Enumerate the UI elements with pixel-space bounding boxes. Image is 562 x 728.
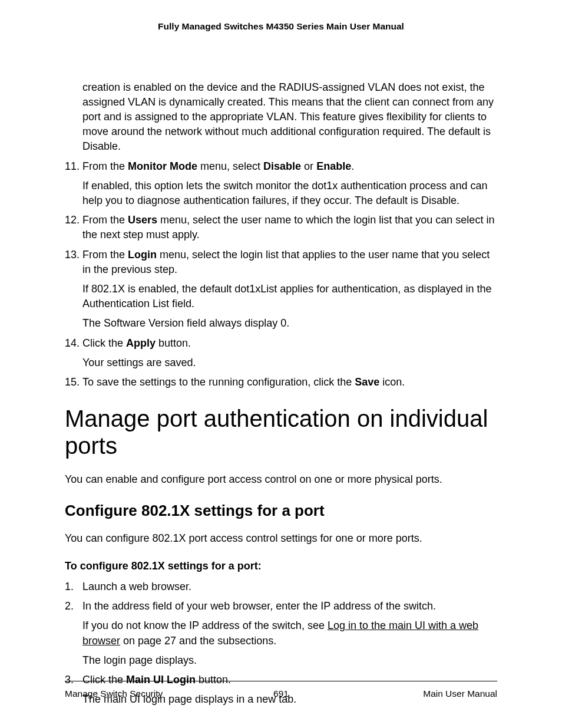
- subsection-intro: You can configure 802.1X port access con…: [65, 531, 497, 546]
- continued-paragraph: creation is enabled on the device and th…: [82, 80, 497, 154]
- step-subtext: The Software Version field always displa…: [82, 316, 497, 331]
- step-11: 11. From the Monitor Mode menu, select D…: [65, 159, 497, 209]
- step-text: Click the Apply button.: [82, 336, 497, 351]
- step-subtext: If 802.1X is enabled, the default dot1xL…: [82, 282, 497, 311]
- footer-page-number: 691: [273, 687, 289, 700]
- step-number: 1.: [65, 579, 74, 594]
- step-number: 12.: [65, 213, 80, 228]
- step-number: 11.: [65, 159, 80, 174]
- page-footer: Manage Switch Security 691 Main User Man…: [65, 681, 497, 700]
- step-subtext: The login page displays.: [82, 653, 497, 668]
- step-number: 13.: [65, 248, 80, 262]
- step-text: In the address field of your web browser…: [82, 599, 497, 614]
- procedure-title: To configure 802.1X settings for a port:: [65, 559, 497, 574]
- step-text: From the Users menu, select the user nam…: [82, 213, 497, 242]
- header-title: Fully Managed Switches M4350 Series Main…: [158, 21, 404, 31]
- steps-list: 11. From the Monitor Mode menu, select D…: [65, 159, 497, 390]
- step-14: 14. Click the Apply button. Your setting…: [65, 336, 497, 370]
- manual-page: Fully Managed Switches M4350 Series Main…: [0, 0, 562, 728]
- proc-step-1: 1. Launch a web browser.: [65, 579, 497, 594]
- step-text: From the Monitor Mode menu, select Disab…: [82, 159, 497, 174]
- page-header: Fully Managed Switches M4350 Series Main…: [65, 20, 497, 33]
- proc-step-2: 2. In the address field of your web brow…: [65, 599, 497, 668]
- step-number: 15.: [65, 375, 80, 390]
- footer-left: Manage Switch Security: [65, 687, 163, 700]
- step-text: To save the settings to the running conf…: [82, 375, 497, 390]
- step-13: 13. From the Login menu, select the logi…: [65, 248, 497, 331]
- step-number: 2.: [65, 599, 74, 614]
- step-subtext: If you do not know the IP address of the…: [82, 618, 497, 648]
- step-subtext: Your settings are saved.: [82, 355, 497, 370]
- section-intro: You can enable and configure port access…: [65, 472, 497, 487]
- footer-right: Main User Manual: [423, 687, 497, 700]
- step-12: 12. From the Users menu, select the user…: [65, 213, 497, 242]
- step-text: From the Login menu, select the login li…: [82, 248, 497, 277]
- subsection-heading: Configure 802.1X settings for a port: [65, 500, 497, 521]
- step-text: Launch a web browser.: [82, 579, 497, 594]
- step-subtext: If enabled, this option lets the switch …: [82, 179, 497, 208]
- section-heading: Manage port authentication on individual…: [65, 405, 497, 459]
- step-number: 14.: [65, 336, 80, 351]
- step-15: 15. To save the settings to the running …: [65, 375, 497, 390]
